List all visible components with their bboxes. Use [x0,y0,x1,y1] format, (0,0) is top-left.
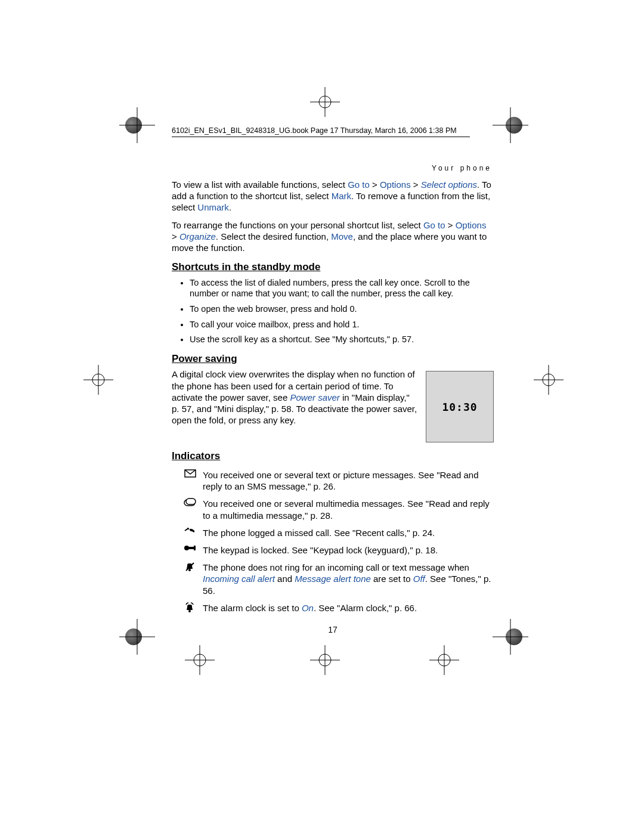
text: . See "Alarm clock," p. 66. [314,603,417,613]
reg-bottom-right2 [429,645,459,675]
list-item: To call your voice mailbox, press and ho… [190,319,494,330]
svg-point-35 [188,610,191,612]
table-row: The phone logged a missed call. See "Rec… [172,524,494,541]
on-link: On [302,603,314,613]
power-saver-link: Power saver [290,392,339,402]
silent-icon [178,562,203,572]
page-number: 17 [172,625,494,636]
text: are set to [371,574,413,584]
shortcuts-list: To access the list of dialed numbers, pr… [172,277,494,345]
indicator-text: You received one or several text or pict… [203,466,494,495]
indicators-heading: Indicators [172,450,494,463]
power-saving-text: A digital clock view overwrites the disp… [172,368,417,426]
envelope-icon [178,469,203,478]
clock-illustration: 10:30 [426,371,494,442]
reg-right [534,365,564,395]
reg-bottom-left2 [185,645,215,675]
list-item: Use the scroll key as a shortcut. See "M… [190,334,494,345]
reg-top-mid [310,87,340,117]
goto-link: Go to [423,220,445,230]
missed-call-icon [178,527,203,535]
sep: > [172,231,179,241]
text: . [229,202,231,212]
reg-bottom-mid [310,645,340,675]
unmark-link: Unmark [197,202,229,212]
select-options-link: Select options [421,179,477,190]
reg-left [83,365,113,395]
table-row: The alarm clock is set to On. See "Alarm… [172,599,494,617]
svg-point-29 [184,546,189,550]
book-header-line: 6102i_EN_ESv1_BIL_9248318_UG.book Page 1… [172,126,470,137]
svg-rect-32 [194,549,196,550]
move-link: Move [331,231,353,241]
indicator-text: You received one or several multimedia m… [203,495,494,524]
text: The phone does not ring for an incoming … [203,562,469,572]
text: To rearrange the functions on your perso… [172,220,423,230]
text: and [275,574,295,584]
indicator-text: The keypad is locked. See "Keypad lock (… [203,541,494,559]
list-item: To open the web browser, press and hold … [190,304,494,315]
table-row: The keypad is locked. See "Keypad lock (… [172,541,494,559]
list-item: To access the list of dialed numbers, pr… [190,277,494,299]
shortcuts-heading: Shortcuts in the standby mode [172,261,494,274]
table-row: You received one or several text or pict… [172,466,494,495]
svg-rect-31 [194,546,196,547]
intro-paragraph-2: To rearrange the functions on your perso… [172,219,494,254]
table-row: The phone does not ring for an incoming … [172,559,494,599]
svg-point-33 [188,569,191,571]
organize-link: Organize [179,231,216,241]
message-alert-tone-link: Message alert tone [295,574,371,584]
indicators-table: You received one or several text or pict… [172,466,494,617]
text: . Select the desired function, [216,231,331,241]
goto-link: Go to [348,179,370,190]
sep: > [445,220,456,230]
table-row: You received one or several multimedia m… [172,495,494,524]
svg-rect-28 [186,498,196,504]
mms-icon [178,498,203,506]
indicator-text: The phone logged a missed call. See "Rec… [203,524,494,541]
off-link: Off [413,574,425,584]
text: The alarm clock is set to [203,603,302,613]
section-name: Your phone [432,164,492,172]
crop-mark-tl [119,107,155,143]
intro-paragraph-1: To view a list with available functions,… [172,179,494,213]
indicator-text: The alarm clock is set to On. See "Alarm… [203,599,494,617]
crop-mark-br [493,619,528,655]
sep: > [370,179,380,190]
power-saving-heading: Power saving [172,352,494,366]
text: To view a list with available functions,… [172,179,348,190]
indicator-text: The phone does not ring for an incoming … [203,559,494,599]
alarm-icon [178,602,203,613]
crop-mark-tr [493,107,528,143]
clock-time: 10:30 [442,400,477,414]
mark-link: Mark [332,191,351,201]
options-link: Options [456,220,487,230]
lock-icon [178,544,203,552]
incoming-call-alert-link: Incoming call alert [203,574,275,584]
options-link: Options [380,179,411,190]
crop-mark-bl [119,619,155,655]
sep: > [411,179,421,190]
